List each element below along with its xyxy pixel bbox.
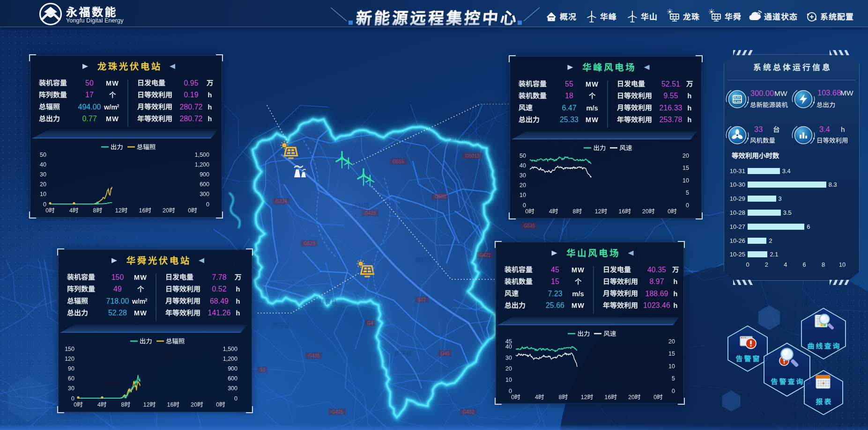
svg-text:7.78: 7.78	[212, 273, 226, 281]
svg-text:7.23: 7.23	[548, 290, 562, 298]
svg-text:25.66: 25.66	[546, 301, 564, 309]
svg-text:494.00: 494.00	[78, 103, 101, 111]
svg-text:40: 40	[505, 343, 512, 350]
svg-text:16: 16	[605, 394, 611, 401]
svg-text:300.00: 300.00	[750, 89, 774, 97]
svg-text:h: h	[208, 115, 212, 123]
svg-text:6: 6	[807, 223, 810, 230]
svg-text:30: 30	[505, 355, 512, 361]
svg-text:55: 55	[565, 80, 573, 88]
svg-text:MW: MW	[134, 309, 147, 317]
svg-text:h: h	[688, 116, 692, 124]
svg-text:h: h	[841, 125, 845, 133]
svg-text:8.3: 8.3	[829, 181, 837, 188]
svg-text:12: 12	[143, 401, 150, 408]
svg-text:90: 90	[68, 365, 74, 372]
svg-text:20: 20	[519, 182, 526, 189]
svg-text:300: 300	[228, 385, 237, 392]
svg-text:2: 2	[765, 261, 768, 268]
svg-text:1,500: 1,500	[223, 346, 237, 352]
svg-text:MW: MW	[571, 266, 585, 274]
svg-text:10: 10	[505, 377, 512, 383]
svg-text:4: 4	[535, 394, 538, 401]
svg-text:0: 0	[523, 202, 526, 209]
svg-text:33: 33	[754, 125, 763, 133]
svg-text:h: h	[208, 103, 212, 111]
svg-text:MW: MW	[586, 116, 599, 124]
svg-text:h: h	[688, 92, 692, 100]
svg-text:30: 30	[40, 171, 46, 178]
svg-text:150: 150	[111, 273, 124, 281]
svg-text:20: 20	[191, 401, 197, 408]
svg-text:52.28: 52.28	[108, 309, 127, 317]
svg-text:68.49: 68.49	[210, 297, 229, 305]
svg-text:30: 30	[68, 385, 74, 392]
svg-text:h: h	[688, 104, 692, 112]
svg-text:6.47: 6.47	[562, 104, 576, 112]
svg-text:0: 0	[672, 388, 675, 394]
svg-text:3.4: 3.4	[782, 168, 791, 175]
svg-text:15: 15	[551, 277, 559, 285]
svg-text:6: 6	[803, 261, 806, 268]
svg-text:1,200: 1,200	[195, 161, 209, 168]
svg-text:718.00: 718.00	[106, 297, 129, 305]
svg-text:MW: MW	[106, 80, 119, 87]
svg-text:12: 12	[115, 207, 122, 214]
svg-text:40: 40	[519, 162, 526, 169]
svg-text:20: 20	[628, 394, 635, 401]
svg-text:h: h	[236, 309, 240, 317]
svg-text:0: 0	[43, 201, 46, 208]
svg-text:1023.46: 1023.46	[643, 301, 670, 309]
svg-text:25.33: 25.33	[560, 116, 579, 124]
svg-text:0: 0	[71, 395, 74, 402]
svg-text:Yongfu Digital Energy: Yongfu Digital Energy	[66, 17, 124, 24]
svg-text:8: 8	[121, 401, 125, 408]
svg-text:60: 60	[68, 375, 74, 382]
svg-text:w/m: w/m	[132, 298, 145, 305]
svg-text:1,500: 1,500	[195, 152, 209, 158]
svg-text:120: 120	[65, 356, 74, 362]
svg-text:0: 0	[234, 395, 237, 402]
svg-text:12: 12	[595, 208, 601, 215]
svg-text:2: 2	[145, 298, 147, 302]
svg-text:0.95: 0.95	[184, 79, 198, 87]
svg-text:10: 10	[519, 192, 526, 198]
svg-text:h: h	[208, 91, 212, 99]
svg-text:5: 5	[672, 375, 675, 382]
svg-text:h: h	[674, 278, 678, 285]
svg-text:300: 300	[200, 191, 209, 197]
svg-text:0: 0	[525, 208, 528, 215]
svg-text:0: 0	[509, 388, 512, 394]
svg-text:0.19: 0.19	[184, 91, 198, 99]
svg-text:280.72: 280.72	[180, 103, 203, 111]
svg-text:0: 0	[45, 207, 49, 214]
svg-text:MW: MW	[774, 89, 787, 97]
svg-text:2: 2	[769, 237, 772, 244]
svg-text:4: 4	[549, 208, 552, 215]
svg-text:20: 20	[505, 365, 512, 372]
svg-text:0: 0	[74, 401, 77, 408]
svg-text:0: 0	[216, 401, 219, 408]
svg-text:m/s: m/s	[586, 104, 598, 112]
svg-text:20: 20	[40, 181, 46, 188]
svg-text:49: 49	[113, 285, 122, 293]
svg-text:50: 50	[85, 79, 94, 87]
svg-text:h: h	[236, 285, 240, 293]
svg-text:12: 12	[581, 394, 587, 401]
svg-text:10: 10	[40, 191, 46, 197]
svg-text:10-29: 10-29	[730, 195, 745, 202]
svg-text:4: 4	[784, 261, 787, 268]
svg-text:m/s: m/s	[572, 290, 584, 298]
svg-text:10-27: 10-27	[730, 223, 745, 230]
svg-text:103.68: 103.68	[817, 88, 841, 97]
svg-text:10-28: 10-28	[730, 209, 745, 216]
svg-text:0: 0	[188, 207, 191, 214]
svg-text:0: 0	[511, 394, 514, 401]
svg-text:15: 15	[683, 165, 689, 171]
svg-text:900: 900	[228, 365, 237, 372]
svg-text:4: 4	[69, 207, 73, 214]
svg-text:0: 0	[746, 261, 749, 268]
svg-text:0.52: 0.52	[212, 285, 226, 293]
svg-text:50: 50	[519, 153, 526, 159]
svg-text:20: 20	[642, 208, 649, 215]
